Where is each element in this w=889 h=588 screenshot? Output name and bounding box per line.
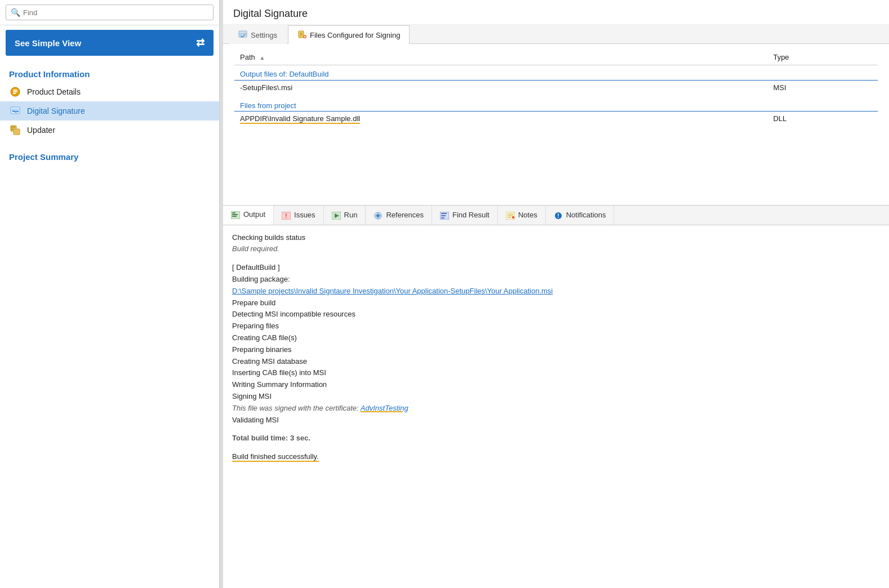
sidebar-item-updater[interactable]: Updater [0,121,219,140]
output-line-20: Total build time: 3 sec. [232,433,880,444]
file-path-dll: APPDIR\Invalid Signature Sample.dll [234,112,767,126]
bottom-tab-references[interactable]: References [366,206,432,225]
output-line-17: This file was signed with the certificat… [232,403,880,415]
files-table-area: Path ▲ Type Output files of: DefaultBuil… [223,44,889,205]
sidebar-item-product-details[interactable]: Product Details [0,82,219,101]
svg-rect-10 [11,128,13,130]
panel-title: Digital Signature [223,0,889,25]
tab-files-configured[interactable]: Files Configured for Signing [288,25,410,44]
file-type-msi: MSI [767,80,878,95]
svg-rect-21 [232,212,235,213]
svg-rect-16 [300,35,301,37]
search-input[interactable] [23,8,208,17]
bottom-tab-issues[interactable]: ! Issues [274,206,324,225]
app-container: 🔍 See Simple View ⇄ Product Information [0,0,889,588]
settings-tab-icon [238,30,247,39]
updater-label: Updater [27,126,55,135]
svg-point-41 [512,216,514,219]
notes-tab-icon [506,211,515,220]
output-blank-1 [232,255,880,262]
issues-tab-label: Issues [294,211,315,219]
table-row-msi: -SetupFiles\.msi MSI [234,80,878,95]
files-configured-tab-icon [297,30,306,39]
dll-path-underlined: APPDIR\Invalid Signature Sample.dll [240,114,360,124]
output-blank-2 [232,426,880,433]
build-finished-underlined: Build finished successfully. [232,452,319,462]
search-icon: 🔍 [11,8,20,17]
output-line-16: Signing MSI [232,391,880,403]
col-type-header[interactable]: Type [767,50,878,65]
bottom-tabs-bar: Output ! Issues [223,206,889,225]
product-details-icon [9,86,21,98]
find-result-tab-label: Find Result [452,211,490,219]
notifications-tab-label: Notifications [566,211,606,219]
svg-rect-9 [14,126,15,128]
product-information-section: Product Information Product Details [0,60,219,145]
output-area: Checking builds status Build required. [… [223,225,889,588]
group-header-project: Files from project [234,95,878,111]
file-path-msi: -SetupFiles\.msi [234,80,767,95]
run-tab-label: Run [344,211,358,219]
output-line-2: Build required. [232,243,880,255]
group-label-project: Files from project [234,95,878,111]
sort-arrow-icon: ▲ [259,55,265,61]
output-blank-3 [232,444,880,451]
top-panel: Digital Signature Settings [223,0,889,206]
svg-text:!: ! [557,213,559,219]
svg-rect-36 [441,217,444,219]
project-summary-title[interactable]: Project Summary [9,152,210,162]
find-result-tab-icon [440,211,449,220]
file-type-dll: DLL [767,112,878,126]
references-tab-icon [374,211,383,220]
output-tab-label: Output [243,210,265,219]
notifications-tab-icon: ! [554,211,563,220]
output-line-13: Creating MSI database [232,356,880,368]
files-configured-tab-label: Files Configured for Signing [310,31,400,39]
output-line-8: Prepare build [232,297,880,309]
output-line-10: Preparing files [232,320,880,332]
sidebar-item-digital-signature[interactable]: Digital Signature [0,101,219,121]
run-tab-icon [332,211,341,220]
updater-icon [9,124,21,136]
svg-rect-35 [441,215,446,216]
bottom-tab-output[interactable]: Output [223,206,274,225]
svg-rect-23 [232,216,237,217]
swap-icon: ⇄ [196,37,205,49]
see-simple-view-button[interactable]: See Simple View ⇄ [6,30,214,56]
output-line-7: D:\Sample projects\Invalid Signtaure Inv… [232,286,880,297]
issues-tab-icon: ! [282,211,291,220]
svg-rect-3 [13,93,16,94]
svg-rect-34 [441,213,447,214]
output-line-15: Writing Summary Information [232,379,880,391]
certificate-link[interactable]: AdvInstTesting [361,404,408,412]
svg-rect-8 [11,126,13,128]
group-header-defaultbuild: Output files of: DefaultBuild [234,65,878,80]
project-summary-section: Project Summary [0,148,219,166]
bottom-tab-run[interactable]: Run [324,206,366,225]
bottom-panel: Output ! Issues [223,206,889,588]
bottom-tab-find-result[interactable]: Find Result [432,206,498,225]
product-information-title: Product Information [0,66,219,82]
svg-rect-22 [232,214,238,215]
output-line-6: Building package: [232,274,880,286]
col-path-header[interactable]: Path ▲ [234,50,767,65]
tab-settings[interactable]: Settings [229,25,287,44]
output-line-12: Preparing binaries [232,344,880,356]
output-tab-icon [231,210,240,219]
svg-rect-15 [300,34,303,35]
search-box[interactable]: 🔍 [6,5,214,20]
digital-signature-icon [9,105,21,117]
see-simple-view-label: See Simple View [15,38,81,48]
bottom-tab-notes[interactable]: Notes [498,206,546,225]
build-path-link[interactable]: D:\Sample projects\Invalid Signtaure Inv… [232,287,553,295]
main-content: Digital Signature Settings [223,0,889,588]
output-line-9: Detecting MSI incompatible resources [232,309,880,320]
svg-text:!: ! [285,213,287,219]
output-line-1: Checking builds status [232,232,880,244]
output-line-5: [ DefaultBuild ] [232,262,880,274]
digital-signature-label: Digital Signature [27,106,85,115]
main-tabs-bar: Settings F [223,25,889,44]
bottom-tab-notifications[interactable]: ! Notifications [546,206,615,225]
settings-tab-label: Settings [251,31,277,39]
svg-rect-14 [300,33,303,34]
